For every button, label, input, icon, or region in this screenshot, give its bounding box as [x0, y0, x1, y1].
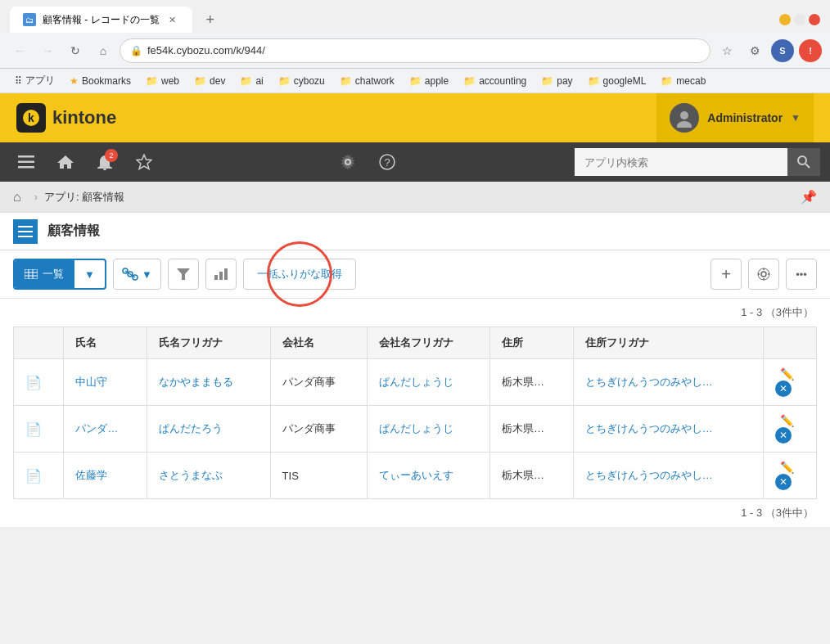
apps-grid-icon: ⠿ — [15, 75, 22, 87]
hamburger-menu-button[interactable] — [10, 146, 43, 178]
bookmark-star-button[interactable]: ☆ — [715, 39, 738, 62]
star-icon: ★ — [70, 75, 79, 87]
bookmark-accounting[interactable]: 📁 accounting — [457, 73, 533, 89]
edit-record-button[interactable]: ✏️ — [780, 367, 794, 381]
svg-text:k: k — [28, 111, 34, 124]
pin-icon[interactable]: 📌 — [801, 189, 817, 205]
home-nav-button[interactable] — [49, 146, 82, 178]
record-name-link[interactable]: 佐藤学 — [75, 469, 107, 481]
col-header-actions — [763, 327, 816, 359]
app-settings-button[interactable] — [332, 146, 364, 178]
bookmark-cybozu[interactable]: 📁 cybozu — [272, 73, 332, 89]
profile-button-s[interactable]: S — [771, 39, 794, 62]
table-icon — [25, 269, 38, 279]
app-title-bar: 顧客情報 — [0, 213, 830, 250]
delete-record-button[interactable]: ✕ — [775, 474, 792, 490]
tab-close-button[interactable]: ✕ — [166, 13, 179, 26]
record-address-furigana: とちぎけんうつのみやし… — [585, 469, 713, 481]
forward-button[interactable]: → — [36, 39, 59, 62]
record-name-link[interactable]: パンダ… — [75, 422, 118, 435]
bookmark-chatwork[interactable]: 📁 chatwork — [333, 73, 401, 89]
bookmark-ai[interactable]: 📁 ai — [233, 73, 269, 89]
bookmark-apps[interactable]: ⠿ アプリ — [8, 71, 61, 90]
bookmark-accounting-label: accounting — [479, 75, 526, 87]
address-bar[interactable]: 🔒 fe54k.cybozu.com/k/944/ — [120, 38, 710, 63]
more-options-button[interactable]: ••• — [786, 259, 817, 290]
folder-icon: 📁 — [588, 75, 600, 87]
browser-tab[interactable]: 🗂 顧客情報 - レコードの一覧 ✕ — [10, 7, 192, 33]
filter-button[interactable] — [168, 259, 199, 290]
bookmark-bookmarks[interactable]: ★ Bookmarks — [63, 73, 138, 89]
reload-button[interactable]: ↻ — [64, 39, 87, 62]
record-company-furigana-cell: ぱんだしょうじ — [367, 406, 490, 453]
notification-button[interactable]: 2 — [88, 146, 121, 178]
col-header-name: 氏名 — [64, 327, 147, 359]
record-company-furigana-cell: てぃーあいえす — [367, 453, 490, 499]
notification-wrapper: 2 — [88, 146, 121, 178]
profile-button-alert[interactable]: ! — [799, 39, 822, 62]
sort-button[interactable]: ▼ — [113, 259, 161, 290]
admin-avatar — [670, 103, 699, 133]
view-dropdown-button[interactable]: ▼ — [74, 260, 105, 288]
delete-record-button[interactable]: ✕ — [775, 381, 792, 397]
home-button[interactable]: ⌂ — [92, 39, 115, 62]
search-input[interactable] — [575, 148, 787, 176]
search-button[interactable] — [787, 148, 820, 176]
favorites-button[interactable] — [128, 146, 160, 178]
bookmark-dev[interactable]: 📁 dev — [187, 73, 232, 89]
gear-icon — [340, 154, 356, 170]
furigana-button[interactable]: 一括ふりがな取得 — [243, 259, 356, 290]
close-button[interactable] — [809, 14, 820, 25]
sort-dropdown-arrow: ▼ — [142, 268, 152, 281]
list-view-icon — [13, 219, 38, 244]
svg-rect-28 — [214, 275, 218, 280]
breadcrumb: ⌂ › アプリ: 顧客情報 📌 — [0, 182, 830, 213]
record-company-cell: パンダ商事 — [270, 359, 367, 406]
bookmark-web[interactable]: 📁 web — [139, 73, 186, 89]
chart-icon — [214, 268, 228, 280]
record-count-top: 1 - 3 （3件中） — [0, 299, 830, 327]
record-actions-cell: ✏️ ✕ — [763, 406, 816, 453]
bookmark-bookmarks-label: Bookmarks — [82, 75, 131, 87]
settings-icon — [757, 268, 770, 281]
chart-button[interactable] — [205, 259, 237, 290]
breadcrumb-separator: › — [34, 191, 38, 203]
bookmark-apple[interactable]: 📁 apple — [403, 73, 455, 89]
record-company-furigana-cell: ぱんだしょうじ — [367, 359, 490, 406]
new-tab-button[interactable]: + — [199, 8, 222, 31]
bookmark-googleml[interactable]: 📁 googleML — [581, 73, 653, 89]
view-name: 一覧 — [43, 267, 64, 281]
delete-record-button[interactable]: ✕ — [775, 427, 792, 444]
url-text: fe54k.cybozu.com/k/944/ — [147, 44, 265, 56]
folder-icon: 📁 — [661, 75, 673, 87]
app-settings-gear-button[interactable] — [748, 259, 779, 290]
svg-marker-7 — [57, 155, 74, 169]
help-button[interactable]: ? — [371, 146, 404, 178]
edit-record-button[interactable]: ✏️ — [780, 414, 794, 427]
admin-dropdown-icon[interactable]: ▼ — [791, 112, 801, 124]
view-selector[interactable]: 一覧 ▼ — [13, 259, 106, 290]
breadcrumb-home-icon[interactable]: ⌂ — [13, 190, 21, 205]
edit-record-button[interactable]: ✏️ — [780, 461, 794, 474]
browser-toolbar: ← → ↻ ⌂ 🔒 fe54k.cybozu.com/k/944/ ☆ ⚙ S … — [0, 33, 830, 69]
add-record-button[interactable]: + — [710, 259, 742, 290]
notification-badge: 2 — [105, 149, 118, 162]
hamburger-icon — [18, 155, 34, 169]
minimize-button[interactable] — [779, 14, 791, 25]
extensions-button[interactable]: ⚙ — [743, 39, 766, 62]
browser-window: 🗂 顧客情報 - レコードの一覧 ✕ + ← → ↻ ⌂ 🔒 fe54k.cyb… — [0, 0, 830, 527]
record-address: 栃木県… — [502, 422, 544, 435]
bookmark-mecab[interactable]: 📁 mecab — [654, 73, 712, 89]
records-table-wrapper: 氏名 氏名フリガナ 会社名 会社名フリガナ 住所 住所フリガナ 📄 中山守 — [13, 327, 817, 499]
bookmark-cybozu-label: cybozu — [294, 75, 325, 87]
view-label[interactable]: 一覧 — [15, 260, 74, 288]
maximize-button[interactable] — [794, 14, 805, 25]
folder-icon: 📁 — [409, 75, 422, 87]
col-header-company: 会社名 — [270, 327, 367, 359]
record-name-furigana: ぱんだたろう — [159, 422, 223, 435]
record-name-link[interactable]: 中山守 — [75, 376, 107, 388]
bookmark-pay[interactable]: 📁 pay — [535, 73, 579, 89]
back-button[interactable]: ← — [8, 39, 31, 62]
bookmark-apple-label: apple — [425, 75, 449, 87]
folder-icon: 📁 — [194, 75, 206, 87]
